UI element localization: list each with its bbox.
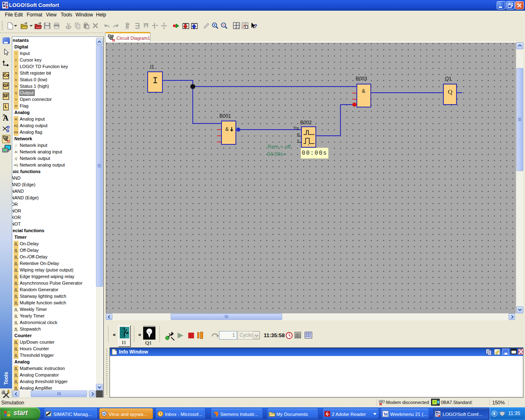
svg-text:?: ? bbox=[254, 23, 257, 29]
svg-text:W: W bbox=[383, 411, 388, 417]
